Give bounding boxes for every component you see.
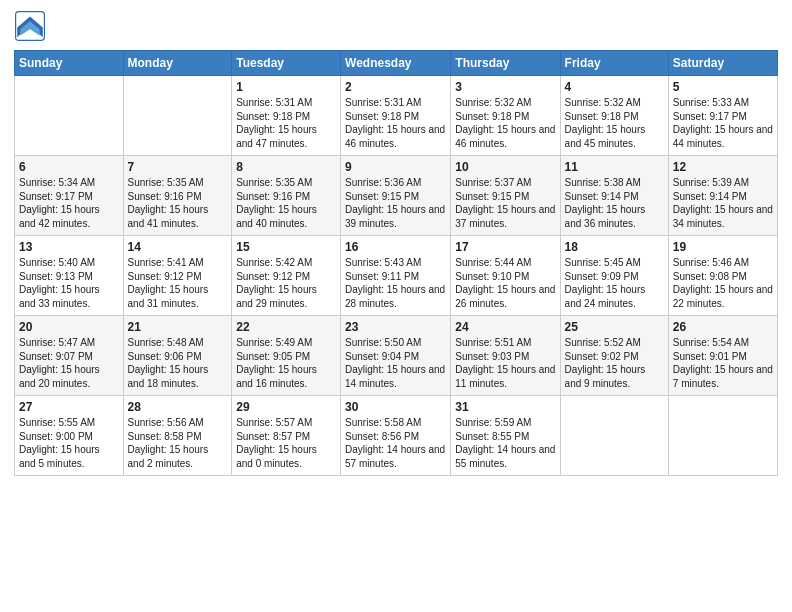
- day-number: 7: [128, 159, 228, 175]
- day-info: Sunrise: 5:32 AM Sunset: 9:18 PM Dayligh…: [565, 96, 664, 150]
- calendar-cell: 18Sunrise: 5:45 AM Sunset: 9:09 PM Dayli…: [560, 236, 668, 316]
- day-number: 30: [345, 399, 446, 415]
- day-info: Sunrise: 5:36 AM Sunset: 9:15 PM Dayligh…: [345, 176, 446, 230]
- calendar-body: 1Sunrise: 5:31 AM Sunset: 9:18 PM Daylig…: [15, 76, 778, 476]
- day-info: Sunrise: 5:42 AM Sunset: 9:12 PM Dayligh…: [236, 256, 336, 310]
- day-number: 25: [565, 319, 664, 335]
- logo: [14, 10, 48, 42]
- day-number: 24: [455, 319, 555, 335]
- calendar-cell: 7Sunrise: 5:35 AM Sunset: 9:16 PM Daylig…: [123, 156, 232, 236]
- calendar-cell: [668, 396, 777, 476]
- calendar-cell: [123, 76, 232, 156]
- calendar-cell: 19Sunrise: 5:46 AM Sunset: 9:08 PM Dayli…: [668, 236, 777, 316]
- day-number: 5: [673, 79, 773, 95]
- weekday-header-thursday: Thursday: [451, 51, 560, 76]
- calendar-cell: [560, 396, 668, 476]
- day-info: Sunrise: 5:35 AM Sunset: 9:16 PM Dayligh…: [236, 176, 336, 230]
- day-info: Sunrise: 5:52 AM Sunset: 9:02 PM Dayligh…: [565, 336, 664, 390]
- day-info: Sunrise: 5:32 AM Sunset: 9:18 PM Dayligh…: [455, 96, 555, 150]
- weekday-header-wednesday: Wednesday: [341, 51, 451, 76]
- calendar-header: SundayMondayTuesdayWednesdayThursdayFrid…: [15, 51, 778, 76]
- day-number: 14: [128, 239, 228, 255]
- day-number: 20: [19, 319, 119, 335]
- day-number: 10: [455, 159, 555, 175]
- calendar-cell: 27Sunrise: 5:55 AM Sunset: 9:00 PM Dayli…: [15, 396, 124, 476]
- day-number: 13: [19, 239, 119, 255]
- calendar-cell: [15, 76, 124, 156]
- calendar-cell: 31Sunrise: 5:59 AM Sunset: 8:55 PM Dayli…: [451, 396, 560, 476]
- day-number: 27: [19, 399, 119, 415]
- logo-icon: [14, 10, 46, 42]
- calendar-cell: 10Sunrise: 5:37 AM Sunset: 9:15 PM Dayli…: [451, 156, 560, 236]
- day-info: Sunrise: 5:35 AM Sunset: 9:16 PM Dayligh…: [128, 176, 228, 230]
- day-number: 17: [455, 239, 555, 255]
- day-info: Sunrise: 5:56 AM Sunset: 8:58 PM Dayligh…: [128, 416, 228, 470]
- calendar-cell: 29Sunrise: 5:57 AM Sunset: 8:57 PM Dayli…: [232, 396, 341, 476]
- calendar-cell: 24Sunrise: 5:51 AM Sunset: 9:03 PM Dayli…: [451, 316, 560, 396]
- calendar: SundayMondayTuesdayWednesdayThursdayFrid…: [14, 50, 778, 476]
- day-info: Sunrise: 5:41 AM Sunset: 9:12 PM Dayligh…: [128, 256, 228, 310]
- calendar-cell: 17Sunrise: 5:44 AM Sunset: 9:10 PM Dayli…: [451, 236, 560, 316]
- calendar-cell: 25Sunrise: 5:52 AM Sunset: 9:02 PM Dayli…: [560, 316, 668, 396]
- day-info: Sunrise: 5:31 AM Sunset: 9:18 PM Dayligh…: [236, 96, 336, 150]
- calendar-week-1: 1Sunrise: 5:31 AM Sunset: 9:18 PM Daylig…: [15, 76, 778, 156]
- day-info: Sunrise: 5:43 AM Sunset: 9:11 PM Dayligh…: [345, 256, 446, 310]
- day-number: 18: [565, 239, 664, 255]
- day-info: Sunrise: 5:51 AM Sunset: 9:03 PM Dayligh…: [455, 336, 555, 390]
- day-number: 2: [345, 79, 446, 95]
- day-info: Sunrise: 5:44 AM Sunset: 9:10 PM Dayligh…: [455, 256, 555, 310]
- day-number: 12: [673, 159, 773, 175]
- day-info: Sunrise: 5:40 AM Sunset: 9:13 PM Dayligh…: [19, 256, 119, 310]
- day-info: Sunrise: 5:31 AM Sunset: 9:18 PM Dayligh…: [345, 96, 446, 150]
- calendar-cell: 11Sunrise: 5:38 AM Sunset: 9:14 PM Dayli…: [560, 156, 668, 236]
- calendar-week-2: 6Sunrise: 5:34 AM Sunset: 9:17 PM Daylig…: [15, 156, 778, 236]
- weekday-header-monday: Monday: [123, 51, 232, 76]
- day-info: Sunrise: 5:57 AM Sunset: 8:57 PM Dayligh…: [236, 416, 336, 470]
- calendar-cell: 12Sunrise: 5:39 AM Sunset: 9:14 PM Dayli…: [668, 156, 777, 236]
- day-info: Sunrise: 5:54 AM Sunset: 9:01 PM Dayligh…: [673, 336, 773, 390]
- calendar-cell: 16Sunrise: 5:43 AM Sunset: 9:11 PM Dayli…: [341, 236, 451, 316]
- calendar-week-4: 20Sunrise: 5:47 AM Sunset: 9:07 PM Dayli…: [15, 316, 778, 396]
- weekday-header-sunday: Sunday: [15, 51, 124, 76]
- day-number: 6: [19, 159, 119, 175]
- calendar-cell: 23Sunrise: 5:50 AM Sunset: 9:04 PM Dayli…: [341, 316, 451, 396]
- day-number: 16: [345, 239, 446, 255]
- calendar-cell: 5Sunrise: 5:33 AM Sunset: 9:17 PM Daylig…: [668, 76, 777, 156]
- calendar-cell: 15Sunrise: 5:42 AM Sunset: 9:12 PM Dayli…: [232, 236, 341, 316]
- calendar-cell: 13Sunrise: 5:40 AM Sunset: 9:13 PM Dayli…: [15, 236, 124, 316]
- day-info: Sunrise: 5:47 AM Sunset: 9:07 PM Dayligh…: [19, 336, 119, 390]
- day-number: 21: [128, 319, 228, 335]
- day-info: Sunrise: 5:45 AM Sunset: 9:09 PM Dayligh…: [565, 256, 664, 310]
- day-number: 4: [565, 79, 664, 95]
- calendar-cell: 2Sunrise: 5:31 AM Sunset: 9:18 PM Daylig…: [341, 76, 451, 156]
- day-info: Sunrise: 5:55 AM Sunset: 9:00 PM Dayligh…: [19, 416, 119, 470]
- day-number: 28: [128, 399, 228, 415]
- calendar-cell: 26Sunrise: 5:54 AM Sunset: 9:01 PM Dayli…: [668, 316, 777, 396]
- day-info: Sunrise: 5:46 AM Sunset: 9:08 PM Dayligh…: [673, 256, 773, 310]
- calendar-cell: 20Sunrise: 5:47 AM Sunset: 9:07 PM Dayli…: [15, 316, 124, 396]
- calendar-week-5: 27Sunrise: 5:55 AM Sunset: 9:00 PM Dayli…: [15, 396, 778, 476]
- day-number: 29: [236, 399, 336, 415]
- day-number: 23: [345, 319, 446, 335]
- calendar-cell: 4Sunrise: 5:32 AM Sunset: 9:18 PM Daylig…: [560, 76, 668, 156]
- day-info: Sunrise: 5:38 AM Sunset: 9:14 PM Dayligh…: [565, 176, 664, 230]
- calendar-cell: 9Sunrise: 5:36 AM Sunset: 9:15 PM Daylig…: [341, 156, 451, 236]
- day-info: Sunrise: 5:59 AM Sunset: 8:55 PM Dayligh…: [455, 416, 555, 470]
- day-number: 11: [565, 159, 664, 175]
- day-info: Sunrise: 5:39 AM Sunset: 9:14 PM Dayligh…: [673, 176, 773, 230]
- day-number: 8: [236, 159, 336, 175]
- day-number: 31: [455, 399, 555, 415]
- page: SundayMondayTuesdayWednesdayThursdayFrid…: [0, 0, 792, 612]
- calendar-cell: 3Sunrise: 5:32 AM Sunset: 9:18 PM Daylig…: [451, 76, 560, 156]
- calendar-cell: 28Sunrise: 5:56 AM Sunset: 8:58 PM Dayli…: [123, 396, 232, 476]
- weekday-row: SundayMondayTuesdayWednesdayThursdayFrid…: [15, 51, 778, 76]
- calendar-cell: 30Sunrise: 5:58 AM Sunset: 8:56 PM Dayli…: [341, 396, 451, 476]
- calendar-cell: 14Sunrise: 5:41 AM Sunset: 9:12 PM Dayli…: [123, 236, 232, 316]
- day-number: 26: [673, 319, 773, 335]
- calendar-cell: 22Sunrise: 5:49 AM Sunset: 9:05 PM Dayli…: [232, 316, 341, 396]
- day-number: 19: [673, 239, 773, 255]
- day-number: 3: [455, 79, 555, 95]
- calendar-cell: 1Sunrise: 5:31 AM Sunset: 9:18 PM Daylig…: [232, 76, 341, 156]
- day-number: 15: [236, 239, 336, 255]
- day-info: Sunrise: 5:58 AM Sunset: 8:56 PM Dayligh…: [345, 416, 446, 470]
